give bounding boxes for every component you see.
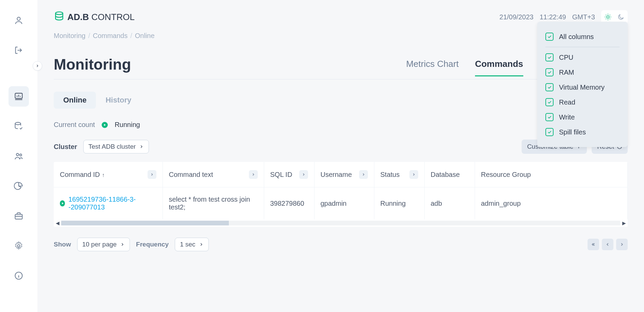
sidebar-users[interactable] (9, 146, 29, 166)
show-label: Show (54, 241, 71, 248)
checkbox-checked-icon (545, 83, 554, 91)
tab-metrics-chart[interactable]: Metrics Chart (406, 59, 459, 76)
logo-icon (54, 11, 65, 24)
row-running-icon (60, 200, 65, 206)
page-size-selector[interactable]: 10 per page (77, 238, 130, 251)
sidebar (0, 0, 37, 312)
sidebar-logout[interactable] (9, 40, 29, 60)
main-content: AD.B CONTROL 21/09/2023 11:22:49 GMT+3 M… (37, 0, 644, 312)
checkbox-checked-icon (545, 113, 554, 121)
svg-point-2 (15, 122, 21, 125)
subtab-online[interactable]: Online (54, 92, 96, 109)
cell-username: gpadmin (314, 187, 374, 220)
sidebar-settings[interactable] (9, 236, 29, 256)
cluster-value: Test ADB cluster (88, 143, 136, 150)
svg-point-0 (17, 17, 20, 20)
chevron-right-icon (199, 242, 204, 247)
cell-status: Running (374, 187, 424, 220)
checkbox-checked-icon (545, 33, 554, 41)
header-date: 21/09/2023 (499, 13, 533, 21)
popover-ram[interactable]: RAM (545, 65, 620, 80)
checkbox-checked-icon (545, 98, 554, 106)
columns-popover: All columns CPU RAM Virtual Memory Read (537, 22, 628, 147)
col-menu-command-text[interactable] (249, 170, 258, 179)
cell-resource-group: admin_group (475, 187, 628, 220)
svg-rect-5 (15, 214, 22, 219)
logo-text-a: AD.B (67, 12, 89, 22)
scroll-right-icon[interactable]: ▶ (620, 219, 628, 227)
scroll-left-icon[interactable]: ◀ (54, 219, 61, 227)
theme-light-button[interactable] (603, 12, 613, 22)
commands-table: Command ID↑ Command text (54, 162, 628, 227)
logo: AD.B CONTROL (54, 11, 135, 24)
svg-point-9 (607, 16, 609, 18)
page-prev-button[interactable] (602, 239, 613, 250)
col-resource-group[interactable]: Resource Group (481, 171, 531, 179)
breadcrumb-0[interactable]: Monitoring (54, 32, 85, 40)
popover-read[interactable]: Read (545, 95, 620, 110)
popover-cpu[interactable]: CPU (545, 50, 620, 65)
page-first-button[interactable] (588, 239, 599, 250)
frequency-selector[interactable]: 1 sec (175, 238, 208, 251)
cluster-selector[interactable]: Test ADB cluster (83, 140, 149, 153)
col-command-id[interactable]: Command ID (60, 171, 100, 178)
page-next-button[interactable] (616, 239, 628, 250)
tab-commands[interactable]: Commands (475, 59, 523, 76)
popover-virtual-memory[interactable]: Virtual Memory (545, 80, 620, 95)
breadcrumb-2[interactable]: Online (135, 32, 155, 40)
popover-write[interactable]: Write (545, 110, 620, 125)
col-command-text[interactable]: Command text (169, 171, 213, 179)
page-title: Monitoring (54, 56, 131, 79)
header-time: 11:22:49 (540, 13, 566, 21)
checkbox-checked-icon (545, 53, 554, 61)
cell-database: adb (424, 187, 475, 220)
popover-spill-files[interactable]: Spill files (545, 125, 620, 140)
table-row: 1695219736-11866-3--209077013 select * f… (54, 187, 628, 220)
col-menu-username[interactable] (359, 170, 368, 179)
svg-point-8 (55, 12, 63, 15)
sort-asc-icon: ↑ (102, 172, 105, 178)
col-username[interactable]: Username (321, 171, 352, 179)
sidebar-database[interactable] (9, 116, 29, 136)
svg-point-6 (18, 245, 20, 247)
theme-dark-button[interactable] (615, 12, 626, 22)
popover-all-columns[interactable]: All columns (545, 29, 620, 44)
breadcrumb-1[interactable]: Commands (93, 32, 128, 40)
sidebar-user[interactable] (9, 10, 29, 31)
col-menu-command-id[interactable] (148, 170, 156, 179)
col-sql-id[interactable]: SQL ID (270, 171, 292, 179)
svg-point-3 (16, 153, 19, 156)
chevron-right-icon (139, 144, 144, 149)
pagination (588, 239, 628, 250)
status-running-icon (102, 122, 108, 128)
sidebar-reports[interactable] (9, 176, 29, 196)
logo-text-b: CONTROL (91, 12, 135, 22)
sidebar-jobs[interactable] (9, 206, 29, 226)
subtab-history[interactable]: History (96, 92, 141, 109)
col-database[interactable]: Database (431, 171, 460, 179)
col-menu-status[interactable] (409, 170, 418, 179)
cluster-label: Cluster (54, 143, 77, 151)
cell-sql-id: 398279860 (264, 187, 314, 220)
status-value: Running (115, 121, 140, 129)
status-label: Current count (54, 121, 95, 129)
col-status[interactable]: Status (380, 171, 400, 179)
chevron-right-icon (120, 242, 125, 247)
checkbox-checked-icon (545, 68, 554, 76)
sidebar-info[interactable] (9, 265, 29, 286)
frequency-label: Frequency (136, 241, 169, 248)
header-timezone: GMT+3 (572, 13, 595, 21)
svg-point-4 (20, 154, 22, 156)
checkbox-checked-icon (545, 128, 554, 136)
horizontal-scrollbar[interactable]: ◀ ▶ (54, 219, 628, 227)
col-menu-sql-id[interactable] (299, 170, 308, 179)
command-id-link[interactable]: 1695219736-11866-3--209077013 (68, 196, 156, 211)
cell-command-text: select * from test cross join test2; (163, 187, 264, 220)
sidebar-monitoring[interactable] (9, 86, 29, 107)
